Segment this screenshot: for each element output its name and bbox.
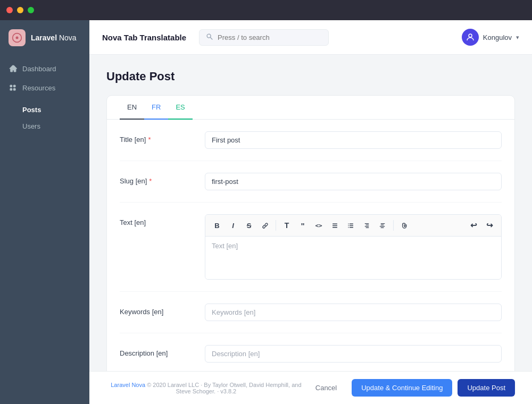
tab-fr[interactable]: FR: [144, 96, 168, 120]
text-label: Text [en]: [120, 214, 205, 226]
dashboard-label: Dashboard: [22, 65, 56, 73]
ul-button[interactable]: [327, 218, 342, 233]
home-icon: [9, 64, 17, 73]
keywords-label: Keywords [en]: [120, 304, 205, 316]
sidebar-item-resources[interactable]: Resources: [0, 78, 89, 97]
toolbar-sep-1: [276, 220, 276, 231]
user-menu[interactable]: Kongulov ▾: [462, 29, 519, 46]
cancel-button[interactable]: Cancel: [306, 379, 346, 397]
search-icon: [206, 33, 213, 42]
bold-button[interactable]: B: [210, 218, 225, 233]
grid-icon: [9, 83, 17, 92]
ol-button[interactable]: [343, 218, 358, 233]
redo-button[interactable]: ↪: [482, 218, 497, 233]
toolbar-sep-2: [393, 220, 394, 231]
titlebar: [0, 0, 532, 20]
keywords-field: [205, 304, 502, 321]
slug-label: Slug [en] *: [120, 173, 205, 185]
tab-es[interactable]: ES: [168, 96, 192, 120]
logo-icon: [9, 29, 26, 46]
page-title: Update Post: [106, 70, 515, 83]
bottom-bar: Laravel Nova © 2020 Laravel LLC · By Tay…: [89, 371, 532, 404]
field-row-description: Description [en]: [120, 333, 502, 371]
page-content: Update Post EN FR ES Title [en] *: [89, 55, 532, 371]
strikethrough-button[interactable]: S: [242, 218, 256, 233]
svg-point-2: [469, 34, 472, 37]
laravel-nova-link[interactable]: Laravel Nova: [111, 382, 145, 388]
required-star-slug: *: [149, 177, 152, 185]
tab-en[interactable]: EN: [120, 96, 144, 120]
lang-tabs: EN FR ES: [107, 96, 514, 120]
keywords-input[interactable]: [205, 304, 502, 321]
editor-toolbar: B I S T " <>: [205, 215, 501, 237]
sidebar-item-users[interactable]: Users: [0, 118, 89, 134]
field-row-slug: Slug [en] *: [120, 161, 502, 203]
minimize-button[interactable]: [17, 7, 23, 13]
update-continue-button[interactable]: Update & Continue Editing: [352, 379, 452, 397]
field-row-keywords: Keywords [en]: [120, 292, 502, 333]
field-row-text: Text [en] B I S: [120, 203, 502, 292]
svg-point-1: [16, 36, 19, 39]
copyright-text: © 2020 Laravel LLC · By Taylor Otwell, D…: [147, 382, 301, 394]
logo-text: Laravel Nova: [31, 33, 77, 42]
user-name: Kongulov: [483, 33, 512, 41]
attach-button[interactable]: [397, 218, 412, 233]
maximize-button[interactable]: [28, 7, 34, 13]
description-input[interactable]: [205, 345, 502, 363]
footer-text: Laravel Nova © 2020 Laravel LLC · By Tay…: [106, 382, 306, 394]
content-area: Nova Tab Translatable Kongulov: [89, 20, 532, 404]
user-avatar: [462, 29, 479, 46]
sidebar-logo: Laravel Nova: [0, 20, 89, 55]
bottom-actions: Cancel Update & Continue Editing Update …: [306, 379, 515, 397]
indent-button[interactable]: [375, 218, 390, 233]
form-card: EN FR ES Title [en] *: [106, 95, 515, 371]
title-input[interactable]: [205, 131, 502, 149]
chevron-down-icon: ▾: [516, 34, 519, 41]
outdent-button[interactable]: [359, 218, 374, 233]
rich-text-editor: B I S T " <>: [205, 214, 502, 280]
resources-label: Resources: [22, 84, 55, 92]
heading-button[interactable]: T: [279, 218, 294, 233]
sidebar-item-dashboard[interactable]: Dashboard: [0, 59, 89, 78]
top-header: Nova Tab Translatable Kongulov: [89, 20, 532, 55]
sidebar: Laravel Nova Dashboard Resources Posts: [0, 20, 89, 404]
field-row-title: Title [en] *: [120, 120, 502, 161]
search-input[interactable]: [218, 33, 322, 41]
description-label: Description [en]: [120, 345, 205, 357]
code-button[interactable]: <>: [311, 218, 326, 233]
search-bar[interactable]: [199, 29, 329, 46]
sidebar-nav: Dashboard Resources Posts Users: [0, 55, 89, 139]
required-star: *: [148, 136, 151, 144]
sidebar-item-posts[interactable]: Posts: [0, 102, 89, 118]
italic-button[interactable]: I: [226, 218, 240, 233]
text-editor-content[interactable]: Text [en]: [205, 237, 501, 279]
link-button[interactable]: [257, 218, 272, 233]
form-body: Title [en] * Slug [en] *: [107, 120, 514, 371]
posts-label: Posts: [22, 106, 41, 114]
close-button[interactable]: [6, 7, 13, 13]
users-label: Users: [22, 122, 40, 130]
update-post-button[interactable]: Update Post: [458, 379, 515, 397]
text-field: B I S T " <>: [205, 214, 502, 280]
undo-button[interactable]: ↩: [466, 218, 481, 233]
slug-input[interactable]: [205, 173, 502, 190]
quote-button[interactable]: ": [295, 218, 310, 233]
header-app-title: Nova Tab Translatable: [102, 33, 186, 42]
description-field: [205, 345, 502, 363]
slug-field: [205, 173, 502, 190]
title-label: Title [en] *: [120, 131, 205, 144]
title-field: [205, 131, 502, 149]
